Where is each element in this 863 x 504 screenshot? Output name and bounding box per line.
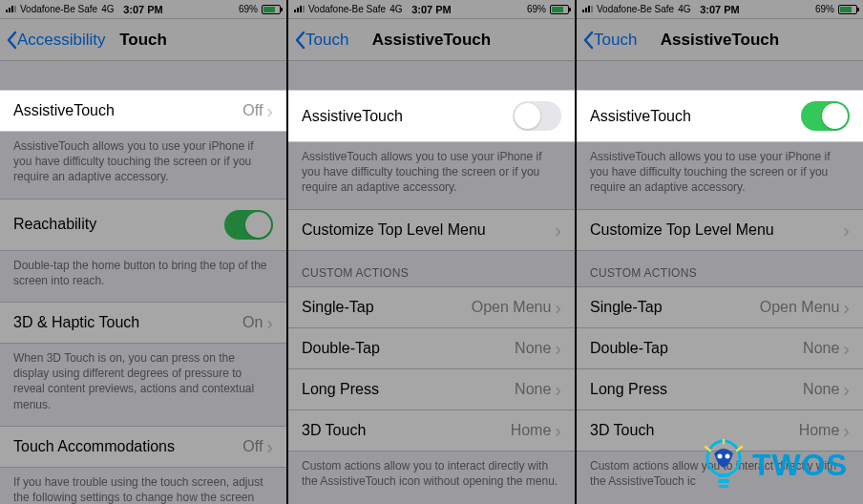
- row-single-tap[interactable]: Single-Tap Open Menu ›: [288, 286, 575, 328]
- row-label: Customize Top Level Menu: [302, 221, 555, 239]
- row-value: Home: [799, 422, 840, 439]
- chevron-left-icon: [6, 31, 17, 50]
- row-label: Single-Tap: [590, 299, 760, 316]
- battery-pct: 69%: [815, 4, 834, 14]
- battery-pct: 69%: [527, 4, 546, 14]
- row-reachability[interactable]: Reachability: [0, 199, 286, 251]
- row-assistivetouch[interactable]: AssistiveTouch Off ›: [0, 90, 286, 132]
- row-value: None: [803, 340, 839, 357]
- row-value: None: [515, 340, 551, 357]
- signal-icon: [582, 6, 593, 12]
- chevron-right-icon: ›: [843, 339, 850, 358]
- nav-title: AssistiveTouch: [372, 31, 491, 50]
- carrier-label: Vodafone-Be Safe: [20, 4, 97, 14]
- assistive-footer: AssistiveTouch allows you to use your iP…: [0, 132, 286, 199]
- nav-bar: Touch AssistiveTouch: [288, 19, 575, 61]
- svg-rect-4: [718, 479, 729, 483]
- chevron-left-icon: [582, 31, 594, 50]
- assistive-footer: AssistiveTouch allows you to use your iP…: [288, 142, 575, 209]
- nav-back-button[interactable]: Touch: [577, 31, 637, 50]
- row-label: AssistiveTouch: [590, 108, 801, 125]
- row-value: Home: [511, 422, 552, 439]
- nav-back-label: Touch: [305, 31, 348, 50]
- row-label: AssistiveTouch: [302, 108, 513, 125]
- row-customize-menu[interactable]: Customize Top Level Menu ›: [288, 209, 575, 251]
- row-3d-touch[interactable]: 3D Touch Home ›: [288, 410, 575, 452]
- row-label: Double-Tap: [590, 340, 803, 357]
- row-value: None: [803, 381, 839, 398]
- row-label: Customize Top Level Menu: [590, 221, 843, 239]
- battery-pct: 69%: [239, 4, 258, 14]
- chevron-right-icon: ›: [555, 298, 561, 317]
- assistivetouch-toggle[interactable]: [801, 101, 850, 131]
- row-label: 3D Touch: [590, 422, 799, 439]
- row-long-press[interactable]: Long Press None ›: [288, 369, 575, 410]
- assistivetouch-toggle[interactable]: [513, 101, 561, 131]
- carrier-label: Vodafone-Be Safe: [597, 4, 674, 14]
- row-assistivetouch-toggle[interactable]: AssistiveTouch: [577, 90, 863, 142]
- custom-actions-header: CUSTOM ACTIONS: [288, 251, 575, 286]
- row-long-press[interactable]: Long Press None ›: [577, 369, 863, 410]
- screen-touch-settings: Vodafone-Be Safe 4G 3:07 PM 69% Accessib…: [0, 0, 286, 504]
- row-value: Open Menu: [760, 299, 840, 316]
- row-label: 3D & Haptic Touch: [13, 314, 242, 331]
- row-customize-menu[interactable]: Customize Top Level Menu ›: [577, 209, 863, 251]
- row-assistivetouch-toggle[interactable]: AssistiveTouch: [288, 90, 575, 142]
- row-value: Open Menu: [472, 299, 552, 316]
- chevron-right-icon: ›: [843, 220, 850, 240]
- twos-watermark: TWOS: [703, 439, 848, 491]
- svg-point-2: [726, 454, 730, 459]
- row-double-tap[interactable]: Double-Tap None ›: [288, 328, 575, 369]
- status-time: 3:07 PM: [123, 4, 163, 15]
- chevron-right-icon: ›: [266, 437, 273, 456]
- carrier-label: Vodafone-Be Safe: [308, 4, 386, 14]
- lightbulb-icon: [703, 439, 745, 491]
- status-bar: Vodafone-Be Safe 4G 3:07 PM 69%: [288, 0, 575, 19]
- svg-point-1: [718, 454, 723, 459]
- row-label: AssistiveTouch: [13, 102, 242, 119]
- custom-actions-header: CUSTOM ACTIONS: [577, 251, 863, 286]
- custom-actions-footer: Custom actions allow you to interact dir…: [288, 452, 575, 502]
- network-label: 4G: [101, 4, 114, 14]
- chevron-right-icon: ›: [843, 421, 850, 440]
- network-label: 4G: [389, 4, 402, 14]
- row-single-tap[interactable]: Single-Tap Open Menu ›: [577, 286, 863, 328]
- battery-icon: [838, 5, 857, 14]
- row-label: Double-Tap: [302, 340, 515, 357]
- status-time: 3:07 PM: [411, 4, 452, 15]
- signal-icon: [6, 6, 16, 12]
- reachability-footer: Double-tap the home button to bring the …: [0, 251, 286, 302]
- nav-bar: Accessibility Touch: [0, 19, 286, 61]
- battery-icon: [550, 5, 569, 14]
- reachability-toggle[interactable]: [224, 210, 273, 240]
- row-value: Off: [242, 102, 263, 119]
- haptic-footer: When 3D Touch is on, you can press on th…: [0, 344, 286, 426]
- chevron-right-icon: ›: [843, 380, 850, 399]
- twos-text: TWOS: [752, 448, 848, 483]
- battery-icon: [262, 5, 281, 14]
- assistive-footer: AssistiveTouch allows you to use your iP…: [577, 142, 863, 209]
- chevron-right-icon: ›: [266, 101, 273, 120]
- row-label: 3D Touch: [302, 422, 511, 439]
- screen-assistive-off: Vodafone-Be Safe 4G 3:07 PM 69% Touch As…: [288, 0, 575, 504]
- row-label: Long Press: [590, 381, 803, 398]
- row-value: Off: [242, 438, 263, 455]
- nav-title: Touch: [119, 31, 167, 50]
- touch-accom-footer: If you have trouble using the touch scre…: [0, 468, 286, 504]
- nav-back-button[interactable]: Accessibility: [0, 31, 106, 50]
- nav-back-button[interactable]: Touch: [288, 31, 348, 50]
- svg-rect-3: [718, 473, 729, 477]
- chevron-right-icon: ›: [843, 298, 850, 317]
- svg-rect-5: [719, 485, 728, 488]
- screen-assistive-on: Vodafone-Be Safe 4G 3:07 PM 69% Touch As…: [577, 0, 863, 504]
- row-touch-accommodations[interactable]: Touch Accommodations Off ›: [0, 426, 286, 468]
- row-value: On: [242, 314, 263, 331]
- status-bar: Vodafone-Be Safe 4G 3:07 PM 69%: [577, 0, 863, 19]
- row-double-tap[interactable]: Double-Tap None ›: [577, 328, 863, 369]
- nav-back-label: Touch: [594, 31, 637, 50]
- row-value: None: [515, 381, 551, 398]
- nav-bar: Touch AssistiveTouch: [577, 19, 863, 61]
- row-3d-haptic[interactable]: 3D & Haptic Touch On ›: [0, 302, 286, 344]
- chevron-right-icon: ›: [555, 380, 561, 399]
- row-label: Single-Tap: [302, 299, 472, 316]
